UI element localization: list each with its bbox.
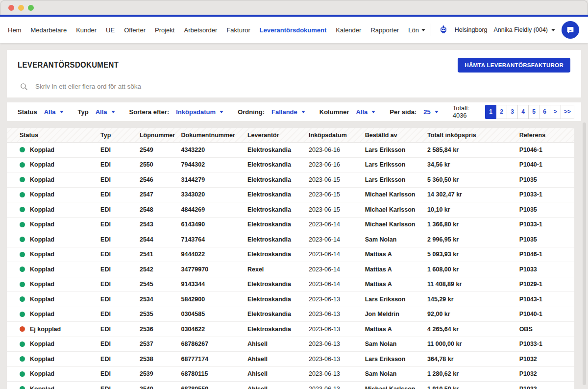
cell-bestalld-av: Jon Meldrin	[365, 311, 427, 317]
table-header-cell: Beställd av	[365, 132, 427, 139]
nav-item[interactable]: Kalender	[336, 26, 361, 34]
cell-inkopsdatum: 2023-06-14	[309, 251, 365, 258]
header-card: LEVERANTÖRSDOKUMENT HÄMTA LEVERANTÖRSFAK…	[7, 50, 581, 97]
chat-button[interactable]	[562, 21, 579, 39]
cell-inkopsdatum: 2023-06-13	[309, 370, 365, 377]
cell-lopnummer: 2549	[140, 146, 181, 153]
filter-dropdown[interactable]: Inköpsdatum	[176, 108, 223, 116]
cell-dokumentnummer: 0304622	[181, 326, 247, 333]
nav-item[interactable]: Medarbetare	[30, 26, 67, 34]
cell-lopnummer: 2537	[140, 340, 181, 347]
user-menu[interactable]: Annika Fieldly (004)	[494, 26, 555, 33]
cell-totalt-inkopspris: 5 360,50 kr	[427, 176, 519, 183]
cell-leverantor: Elektroskandia	[247, 176, 309, 183]
table-row[interactable]: Kopplad EDI 2545 9143344 Elektroskandia …	[7, 277, 574, 292]
table-row[interactable]: Kopplad EDI 2546 3144279 Elektroskandia …	[7, 172, 574, 188]
filter-dropdown[interactable]: Alla	[356, 108, 375, 116]
main-nav: Hem Medarbetare Kunder UE Offerter	[0, 17, 588, 43]
chevron-down-icon	[551, 29, 555, 31]
cell-typ: EDI	[100, 340, 140, 347]
status-label: Kopplad	[30, 340, 54, 347]
cell-referens: P1043-1	[519, 296, 574, 303]
window-zoom-button[interactable]	[28, 5, 34, 11]
fetch-supplier-invoices-button[interactable]: HÄMTA LEVERANTÖRSFAKTUROR	[458, 58, 570, 73]
nav-item[interactable]: Lön	[408, 26, 425, 34]
status-label: Kopplad	[30, 221, 54, 228]
page-button[interactable]: 6	[539, 105, 550, 119]
filter-dropdown[interactable]: Fallande	[271, 108, 305, 116]
status-label: Kopplad	[30, 311, 54, 317]
window-close-button[interactable]	[8, 5, 14, 11]
cell-leverantor: Rexel	[247, 266, 309, 273]
table-row[interactable]: Kopplad EDI 2535 0304585 Elektroskandia …	[7, 307, 574, 322]
page-button[interactable]: 4	[517, 105, 529, 119]
cell-totalt-inkopspris: 5 093,93 kr	[427, 251, 519, 258]
table-row[interactable]: Kopplad EDI 2549 4343220 Elektroskandia …	[7, 143, 574, 158]
filter-dropdown[interactable]: Alla	[44, 108, 64, 116]
filter-bar: Status Alla Typ Alla Sortera efter: Inkö…	[7, 102, 581, 121]
cell-typ: EDI	[100, 386, 140, 389]
cell-totalt-inkopspris: 11 408,89 kr	[427, 281, 519, 288]
status-dot-icon	[20, 207, 25, 212]
cell-typ: EDI	[100, 236, 140, 243]
nav-item[interactable]: UE	[106, 26, 115, 34]
table-row[interactable]: Ej kopplad EDI 2536 0304622 Elektroskand…	[7, 322, 574, 337]
table-row[interactable]: Kopplad EDI 2541 9444022 Elektroskandia …	[7, 247, 574, 263]
cell-dokumentnummer: 6143490	[181, 221, 247, 228]
page-button[interactable]: 3	[507, 105, 518, 119]
table-row[interactable]: Kopplad EDI 2537 68786267 Ahlsell 2023-0…	[7, 337, 574, 352]
cell-lopnummer: 2541	[140, 251, 181, 258]
cell-inkopsdatum: 2023-06-15	[309, 206, 365, 213]
status-dot-icon	[20, 147, 25, 152]
cell-referens: P1033-1	[519, 221, 574, 228]
cell-leverantor: Ahlsell	[247, 370, 309, 377]
table-row[interactable]: Kopplad EDI 2539 68780115 Ahlsell 2023-0…	[7, 367, 574, 382]
nav-item[interactable]: Leverantörsdokument	[260, 26, 327, 34]
page-button[interactable]: >>	[561, 105, 574, 119]
window-minimize-button[interactable]	[18, 5, 24, 11]
nav-item[interactable]: Hem	[8, 26, 21, 34]
nav-item[interactable]: Projekt	[155, 26, 174, 34]
nav-item[interactable]: Rapporter	[370, 26, 399, 34]
search-bar	[18, 82, 570, 91]
cell-typ: EDI	[100, 146, 140, 153]
status-dot-icon	[20, 326, 25, 332]
page-button[interactable]: 5	[528, 105, 539, 119]
nav-item[interactable]: Arbetsorder	[184, 26, 217, 34]
cell-totalt-inkopspris: 2 585,84 kr	[427, 146, 519, 153]
table-row[interactable]: Kopplad EDI 2548 4844269 Elektroskandia …	[7, 202, 574, 218]
table-row[interactable]: Kopplad EDI 2547 3343020 Elektroskandia …	[7, 188, 574, 203]
filter-dropdown[interactable]: Alla	[96, 108, 115, 116]
page-button[interactable]: >	[550, 105, 561, 119]
cell-totalt-inkopspris: 2 996,95 kr	[427, 236, 519, 243]
table-row[interactable]: Kopplad EDI 2542 34779970 Rexel 2023-06-…	[7, 262, 574, 277]
filter-dropdown[interactable]: 25	[423, 108, 438, 116]
table-row[interactable]: Kopplad EDI 2538 68777174 Ahlsell 2023-0…	[7, 352, 574, 367]
vertical-scrollbar[interactable]	[583, 122, 586, 385]
status-dot-icon	[20, 177, 25, 182]
table-row[interactable]: Kopplad EDI 2544 7143764 Elektroskandia …	[7, 232, 574, 247]
table-row[interactable]: Kopplad EDI 2540 68780559 Ahlsell 2023-0…	[7, 382, 574, 389]
status-dot-icon	[20, 386, 25, 389]
cell-dokumentnummer: 68786267	[181, 340, 247, 347]
table-header-row: Status Typ Löpnummer Dokumentnummer Leve…	[7, 128, 574, 143]
nav-item[interactable]: Offerter	[124, 26, 146, 34]
nav-item[interactable]: Fakturor	[226, 26, 250, 34]
table-row[interactable]: Kopplad EDI 2543 6143490 Elektroskandia …	[7, 218, 574, 233]
status-label: Kopplad	[30, 370, 54, 377]
chevron-down-icon	[421, 29, 425, 31]
page-button[interactable]: 1	[485, 105, 496, 119]
table-row[interactable]: Kopplad EDI 2550 7944302 Elektroskandia …	[7, 158, 574, 173]
cell-dokumentnummer: 7944302	[181, 161, 247, 168]
search-input[interactable]	[35, 83, 329, 90]
page-button[interactable]: 2	[496, 105, 507, 119]
table-row[interactable]: Kopplad EDI 2534 5842900 Elektroskandia …	[7, 292, 574, 307]
nav-item[interactable]: Kunder	[76, 26, 97, 34]
cell-bestalld-av: Lars Eriksson	[365, 146, 427, 153]
cell-bestalld-av: Mattias A	[365, 326, 427, 333]
cell-inkopsdatum: 2023-06-16	[309, 146, 365, 153]
nav-item-label: UE	[106, 26, 115, 34]
cell-totalt-inkopspris: 4 265,64 kr	[427, 326, 519, 333]
filter-label: Status	[18, 108, 37, 116]
status-dot-icon	[20, 237, 25, 242]
